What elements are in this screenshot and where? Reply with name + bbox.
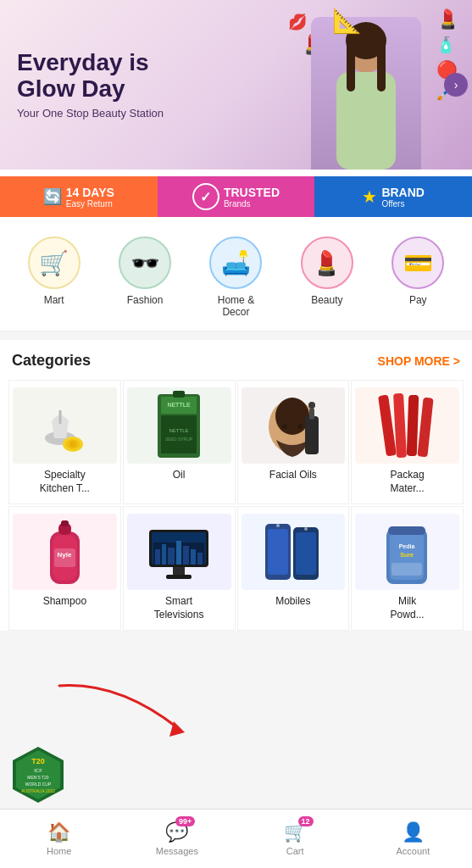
product-smart-tv[interactable]: Smart Televisions (123, 506, 236, 631)
packaging-image (355, 387, 459, 464)
nav-beauty[interactable]: 💄 Beauty (301, 236, 353, 318)
svg-rect-25 (406, 395, 419, 456)
nav-pay[interactable]: 💳 Pay (391, 236, 444, 318)
hair-tool-icon: 📐 (332, 7, 362, 35)
lipstick-icon: 💄 (436, 8, 459, 31)
svg-text:MEN'S T20: MEN'S T20 (27, 775, 49, 780)
shampoo-image: Nyle (13, 514, 117, 590)
svg-rect-32 (54, 548, 75, 567)
svg-rect-4 (377, 41, 386, 92)
svg-rect-39 (176, 541, 181, 565)
home-nav-label: Home (47, 846, 71, 856)
nav-account-btn[interactable]: 👤 Account (354, 816, 472, 861)
product-facial-oils[interactable]: Facial Oils (237, 380, 350, 504)
product-grid: Specialty Kitchen T... NETTLE NETTLE SEE… (8, 380, 464, 631)
svg-text:Pedia: Pedia (399, 543, 415, 549)
mobile-image (242, 514, 346, 590)
cart-nav-label: Cart (286, 846, 304, 856)
categories-section: Categories SHOP MORE > Specialty Kitchen… (0, 340, 472, 631)
svg-rect-40 (183, 546, 189, 565)
badges-row: 🔄 14 DAYS Easy Return ✓ TRUSTED Brands ★… (0, 170, 472, 224)
svg-text:SEED SYRUP: SEED SYRUP (165, 437, 193, 442)
bottom-nav: 🏠 Home 💬 99+ Messages 🛒 12 Cart 👤 Accoun… (0, 809, 472, 868)
product-milk-powder[interactable]: Pedia Sure Milk Powd... (351, 506, 464, 631)
nav-fashion[interactable]: 🕶️ Fashion (119, 236, 171, 318)
svg-point-8 (69, 441, 76, 448)
svg-point-17 (275, 398, 309, 435)
brand-star: ★ (362, 186, 377, 207)
beauty-icon-circle: 💄 (301, 236, 353, 289)
product-mobiles[interactable]: Mobiles (237, 506, 350, 631)
svg-rect-53 (388, 526, 425, 535)
badge-trusted-text: TRUSTED Brands (224, 186, 280, 209)
messages-badge: 99+ (175, 816, 195, 826)
svg-rect-3 (347, 41, 355, 92)
categories-title: Categories (12, 352, 91, 370)
badge-trusted: ✓ TRUSTED Brands (158, 176, 315, 217)
svg-rect-30 (61, 520, 69, 526)
badge-brand: ★ BRAND Offers (314, 176, 472, 217)
categories-header: Categories SHOP MORE > (8, 352, 464, 370)
home-icon: 🏠 (47, 821, 70, 843)
svg-point-19 (297, 424, 303, 429)
product-packaging[interactable]: Packag Mater... (351, 380, 464, 504)
svg-point-18 (282, 424, 287, 429)
svg-rect-46 (268, 529, 288, 575)
svg-rect-37 (162, 544, 166, 565)
cart-badge: 12 (298, 816, 314, 826)
nav-home-btn[interactable]: 🏠 Home (0, 816, 118, 861)
svg-point-50 (304, 527, 308, 531)
product-kitchen[interactable]: Specialty Kitchen T... (8, 380, 121, 504)
milk-image: Pedia Sure (355, 514, 459, 590)
cart-icon: 🛒 12 (284, 821, 307, 843)
kitchen-label: Specialty Kitchen T... (40, 469, 90, 495)
svg-text:Sure: Sure (400, 552, 414, 558)
svg-text:T20: T20 (31, 757, 45, 765)
svg-rect-42 (197, 553, 203, 565)
tv-image (127, 514, 231, 590)
badge-brand-text: BRAND Offers (381, 186, 425, 209)
messages-nav-label: Messages (156, 846, 198, 856)
tv-label: Smart Televisions (154, 595, 204, 621)
nav-mart[interactable]: 🛒 Mart (28, 236, 81, 318)
svg-rect-26 (417, 398, 433, 458)
home-decor-icon-circle: 🛋️ (209, 236, 262, 289)
mart-emoji: 🛒 (39, 249, 69, 277)
svg-rect-38 (168, 548, 175, 565)
mobile-label: Mobiles (275, 595, 310, 609)
svg-rect-36 (155, 549, 160, 565)
hero-banner: Everyday is Glow Day Your One Stop Beaut… (0, 0, 472, 170)
milk-label: Milk Powd... (391, 595, 425, 621)
makeup-icon-1: 💋 (288, 13, 307, 31)
banner-text: Everyday is Glow Day Your One Stop Beaut… (17, 50, 164, 120)
svg-text:ICF: ICF (34, 768, 42, 773)
product-oil[interactable]: NETTLE NETTLE SEED SYRUP Oil (123, 380, 236, 504)
home-decor-emoji: 🛋️ (221, 249, 251, 277)
account-icon: 👤 (402, 821, 425, 843)
mart-icon-circle: 🛒 (28, 236, 81, 289)
badge-return-text: 14 DAYS Easy Return (66, 186, 114, 209)
svg-rect-44 (166, 575, 192, 579)
banner-subtitle: Your One Stop Beauty Station (17, 107, 164, 120)
banner-arrow[interactable]: › (444, 73, 468, 97)
kitchen-image (13, 387, 117, 464)
svg-rect-1 (336, 72, 396, 170)
nav-home-decor[interactable]: 🛋️ Home & Decor (209, 236, 262, 318)
nav-cart-btn[interactable]: 🛒 12 Cart (236, 816, 354, 861)
svg-rect-41 (191, 549, 196, 565)
trusted-circle: ✓ (192, 183, 219, 210)
return-icon: 🔄 (43, 187, 62, 206)
fashion-emoji: 🕶️ (130, 249, 160, 277)
badge-return: 🔄 14 DAYS Easy Return (0, 176, 158, 217)
svg-point-22 (308, 402, 315, 409)
nav-messages-btn[interactable]: 💬 99+ Messages (118, 816, 236, 861)
cream-icon: 🧴 (436, 36, 459, 54)
facial-image (242, 387, 346, 464)
fashion-icon-circle: 🕶️ (119, 236, 171, 289)
oil-image: NETTLE NETTLE SEED SYRUP (127, 387, 231, 464)
shop-more-link[interactable]: SHOP MORE > (378, 354, 460, 368)
product-shampoo[interactable]: Nyle Shampoo (8, 506, 121, 631)
t20-badge[interactable]: T20 ICF MEN'S T20 WORLD CUP AUSTRALIA 20… (8, 745, 68, 804)
svg-rect-43 (173, 567, 185, 576)
messages-icon: 💬 99+ (165, 821, 188, 843)
